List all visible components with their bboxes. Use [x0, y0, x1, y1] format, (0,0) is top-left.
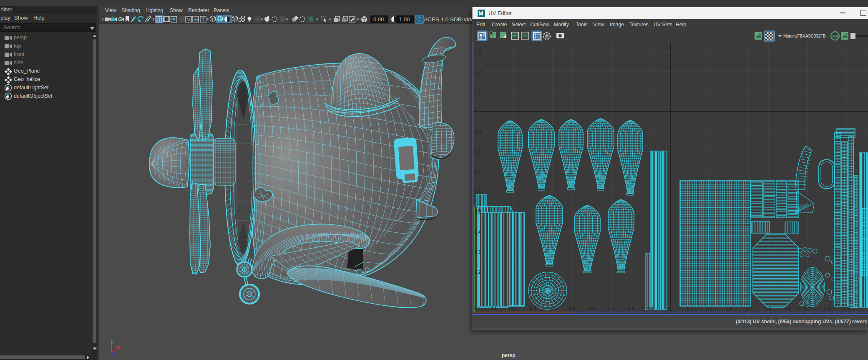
svg-text:0.7: 0.7 [475, 169, 481, 174]
svg-text:MaterialFBXASC032FB:: MaterialFBXASC032FB: [783, 34, 827, 38]
svg-text:0.6: 0.6 [475, 189, 481, 194]
svg-text:1.7: 1.7 [804, 306, 810, 311]
svg-text:0.9: 0.9 [647, 306, 654, 311]
svg-text:0.3: 0.3 [475, 249, 481, 254]
svg-text:1.1: 1.1 [475, 89, 481, 94]
svg-text:M: M [478, 10, 483, 17]
svg-text:1.2: 1.2 [706, 306, 712, 311]
svg-text:0.7: 0.7 [608, 306, 614, 311]
svg-text:RGB: RGB [832, 34, 840, 38]
svg-text:0.1: 0.1 [491, 306, 497, 311]
svg-text:0.5: 0.5 [569, 306, 575, 311]
svg-text:0.5: 0.5 [475, 209, 481, 214]
svg-text:z: z [113, 354, 116, 357]
svg-text:1.5: 1.5 [765, 306, 771, 311]
svg-text:0: 0 [474, 306, 477, 311]
svg-text:0.4: 0.4 [549, 306, 556, 311]
svg-text:1: 1 [667, 306, 669, 311]
svg-text:1.3: 1.3 [726, 306, 732, 311]
svg-text:0.2: 0.2 [510, 306, 516, 311]
svg-text:1.4: 1.4 [745, 306, 752, 311]
svg-text:1.8: 1.8 [824, 306, 830, 311]
svg-text:0.3: 0.3 [530, 306, 536, 311]
svg-text:0.4: 0.4 [475, 229, 481, 234]
svg-text:0.6: 0.6 [589, 306, 595, 311]
svg-text:1.2: 1.2 [475, 69, 481, 74]
svg-text:0.2: 0.2 [475, 269, 481, 274]
svg-text:1.1: 1.1 [687, 306, 693, 311]
svg-text:0.9: 0.9 [475, 129, 481, 134]
svg-text:1.9: 1.9 [843, 306, 850, 311]
svg-text:0.8: 0.8 [475, 149, 481, 154]
svg-text:1.6: 1.6 [785, 306, 791, 311]
svg-text:1: 1 [475, 109, 477, 114]
svg-text:1.3: 1.3 [475, 49, 481, 54]
svg-text:0.8: 0.8 [628, 306, 634, 311]
